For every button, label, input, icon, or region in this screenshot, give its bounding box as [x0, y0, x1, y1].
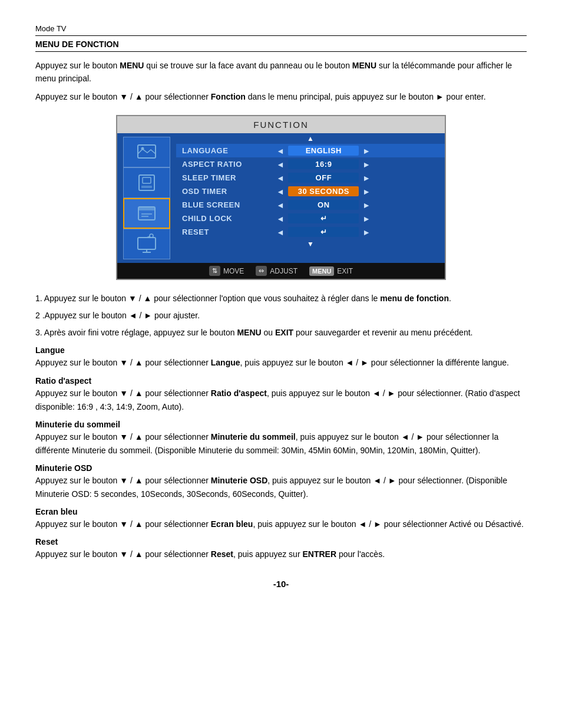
svg-rect-4: [141, 186, 152, 188]
move-label: MOVE: [223, 267, 244, 275]
instruction-2: 2 .Appuyez sur le bouton ◄ / ► pour ajus…: [35, 309, 527, 322]
instruction-3: 3. Après avoir fini votre réglage, appuy…: [35, 326, 527, 340]
svg-rect-9: [138, 238, 156, 249]
header-mode: Mode TV: [35, 24, 67, 33]
sidebar-item-function: [123, 198, 170, 229]
adjust-label: ADJUST: [270, 267, 297, 275]
osd-up-arrow: ▲: [176, 133, 445, 144]
osd-row-bluescreen-label: BLUE SCREEN: [182, 200, 276, 209]
osd-footer: ⇅ MOVE ⇔ ADJUST MENU EXIT: [117, 263, 445, 279]
osd-row-aspect-label: ASPECT RATIO: [182, 160, 276, 169]
intro-paragraph-2: Appuyez sur le bouton ▼ / ▲ pour sélecti…: [35, 90, 527, 103]
section-heading-langue: Langue: [35, 345, 527, 355]
section-text-osd-timer: Appuyez sur le bouton ▼ / ▲ pour sélecti…: [35, 474, 527, 501]
section-text-blue-screen: Appuyez sur le bouton ▼ / ▲ pour sélecti…: [35, 518, 527, 531]
section-heading-blue-screen: Ecran bleu: [35, 507, 527, 516]
osd-down-arrow: ▼: [176, 239, 445, 249]
osd-row-bluescreen-value: ON: [288, 200, 359, 210]
sidebar-item-aspect: [123, 167, 170, 198]
instruction-1: 1. Appuyez sur le bouton ▼ / ▲ pour séle…: [35, 292, 527, 305]
osd-row-childlock-label: CHILD LOCK: [182, 214, 276, 223]
osd-content: ▲ LANGUAGE ◄ ENGLISH ► ASPECT RATIO ◄ 16…: [176, 133, 445, 263]
section-text-reset: Appuyez sur le bouton ▼ / ▲ pour sélecti…: [35, 548, 527, 561]
section-text-langue: Appuyez sur le bouton ▼ / ▲ pour sélecti…: [35, 356, 527, 370]
page-number: -10-: [35, 579, 527, 589]
osd-row-sleep-value: OFF: [288, 173, 359, 183]
osd-body: ▲ LANGUAGE ◄ ENGLISH ► ASPECT RATIO ◄ 16…: [117, 133, 445, 263]
osd-footer-move: ⇅ MOVE: [209, 266, 244, 276]
intro-paragraph-1: Appuyez sur le bouton MENU qui se trouve…: [35, 59, 527, 85]
osd-row-reset-value: ↵: [288, 227, 359, 237]
sidebar-item-tv: [123, 229, 170, 259]
osd-row-osdtimer-label: OSD TIMER: [182, 187, 276, 196]
osd-row-blue-screen: BLUE SCREEN ◄ ON ►: [176, 198, 445, 212]
exit-label: EXIT: [337, 267, 353, 275]
move-icon: ⇅: [209, 266, 220, 276]
section-title: MENU DE FONCTION: [35, 39, 527, 52]
sidebar-item-picture: [123, 137, 170, 167]
osd-row-sleep-timer: SLEEP TIMER ◄ OFF ►: [176, 171, 445, 185]
svg-point-1: [141, 147, 144, 150]
osd-footer-menu-exit: MENU EXIT: [309, 266, 353, 276]
svg-rect-3: [143, 177, 151, 183]
menu-button-label: MENU: [309, 266, 334, 276]
adjust-icon: ⇔: [256, 266, 267, 276]
section-text-ratio: Appuyez sur le bouton ▼ / ▲ pour sélecti…: [35, 387, 527, 414]
osd-row-sleep-label: SLEEP TIMER: [182, 173, 276, 182]
osd-row-osd-timer: OSD TIMER ◄ 30 SECONDS ►: [176, 185, 445, 198]
section-heading-osd-timer: Minuterie OSD: [35, 463, 527, 473]
osd-row-reset: RESET ◄ ↵ ►: [176, 225, 445, 239]
osd-sidebar: [117, 133, 176, 263]
osd-row-language-value: ENGLISH: [288, 146, 359, 156]
osd-row-aspect-value: 16:9: [288, 159, 359, 169]
osd-row-child-lock: CHILD LOCK ◄ ↵ ►: [176, 212, 445, 225]
section-heading-reset: Reset: [35, 537, 527, 546]
osd-title: FUNCTION: [117, 116, 445, 133]
osd-row-language: LANGUAGE ◄ ENGLISH ►: [176, 144, 445, 157]
osd-footer-adjust: ⇔ ADJUST: [256, 266, 297, 276]
osd-row-reset-label: RESET: [182, 228, 276, 236]
osd-row-aspect-ratio: ASPECT RATIO ◄ 16:9 ►: [176, 157, 445, 171]
section-heading-ratio: Ratio d'aspect: [35, 376, 527, 386]
svg-rect-6: [138, 207, 155, 210]
page-header: Mode TV: [35, 24, 527, 36]
osd-row-childlock-value: ↵: [288, 213, 359, 223]
osd-row-osdtimer-value: 30 SECONDS: [288, 186, 359, 196]
osd-row-language-label: LANGUAGE: [182, 146, 276, 155]
section-heading-sleep: Minuterie du sommeil: [35, 420, 527, 429]
section-text-sleep: Appuyez sur le bouton ▼ / ▲ pour sélecti…: [35, 430, 527, 457]
osd-menu: FUNCTION: [116, 115, 446, 280]
